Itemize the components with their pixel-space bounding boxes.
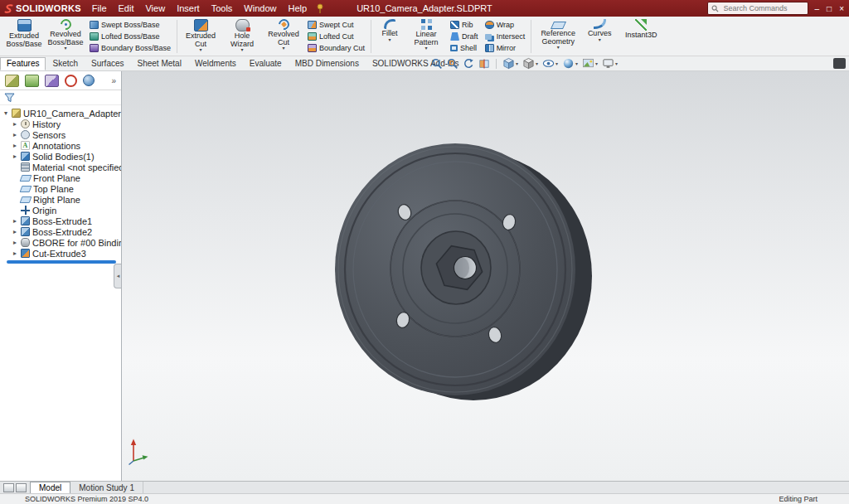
dimxpertmanager-tab-icon[interactable] [65, 75, 77, 87]
dropdown-caret-icon[interactable]: ▾ [595, 61, 598, 66]
menu-file[interactable]: File [86, 3, 113, 13]
section-view-button[interactable] [478, 58, 490, 70]
tree-item-boss-extrude1[interactable]: ▸ Boss-Extrude1 [0, 216, 121, 226]
rib-button[interactable]: Rib [449, 20, 480, 31]
tab-mbd-dimensions[interactable]: MBD Dimensions [289, 57, 366, 70]
tab-weldments[interactable]: Weldments [188, 57, 243, 70]
dropdown-caret-icon[interactable]: ▾ [555, 61, 558, 66]
hole-wizard-button[interactable]: Hole Wizard ▾ [221, 17, 263, 56]
dropdown-caret-icon[interactable]: ▾ [516, 61, 518, 66]
fillet-button[interactable]: Fillet ▾ [374, 17, 405, 56]
tree-item-right-plane[interactable]: ▸ Right Plane [0, 194, 121, 205]
tree-item-front-plane[interactable]: ▸ Front Plane [0, 172, 121, 183]
motion-study-tab[interactable]: Motion Study 1 [70, 482, 143, 493]
task-pane-toggle[interactable] [833, 58, 846, 69]
tab-surfaces[interactable]: Surfaces [85, 57, 130, 70]
instant3d-button[interactable]: Instant3D [617, 17, 665, 56]
tree-item-solid-bodies[interactable]: ▸ Solid Bodies(1) [0, 151, 121, 162]
view-settings-button[interactable]: ▾ [602, 57, 618, 70]
apply-scene-button[interactable]: ▾ [582, 57, 598, 70]
previous-view-button[interactable] [463, 58, 474, 70]
filter-funnel-icon[interactable] [4, 93, 15, 103]
minimize-button[interactable]: – [815, 4, 820, 13]
lofted-cut-button[interactable]: Lofted Cut [306, 32, 366, 42]
display-style-button[interactable]: ▾ [522, 57, 538, 70]
tab-sketch[interactable]: Sketch [46, 57, 85, 70]
featuremanager-tree-tab-icon[interactable] [5, 75, 19, 87]
panel-collapse-handle[interactable]: ◂ [114, 264, 122, 288]
reference-geometry-button[interactable]: Reference Geometry ▾ [534, 17, 582, 56]
menu-help[interactable]: Help [282, 3, 313, 13]
dropdown-caret-icon[interactable]: ▾ [615, 61, 618, 66]
menu-edit[interactable]: Edit [113, 3, 140, 13]
rollback-bar[interactable] [7, 260, 116, 264]
menu-tools[interactable]: Tools [206, 3, 239, 13]
split-view-icon[interactable] [16, 483, 27, 492]
search-commands-box[interactable] [707, 2, 808, 15]
dropdown-caret-icon[interactable]: ▾ [283, 46, 285, 51]
graphics-viewport[interactable] [122, 71, 849, 481]
expander-icon[interactable]: ▸ [12, 239, 18, 246]
expander-icon[interactable]: ▸ [12, 250, 18, 257]
tree-item-sensors[interactable]: ▸ Sensors [0, 129, 121, 140]
dropdown-caret-icon[interactable]: ▾ [200, 48, 202, 52]
revolved-boss-base-button[interactable]: Revolved Boss/Base ▾ [45, 17, 86, 56]
panel-tab-overflow-chevron[interactable]: » [111, 76, 116, 85]
menu-insert[interactable]: Insert [171, 3, 206, 13]
mirror-button[interactable]: Mirror [483, 43, 527, 54]
displaymanager-tab-icon[interactable] [83, 75, 95, 86]
hide-show-items-button[interactable]: ▾ [542, 57, 558, 70]
menu-window[interactable]: Window [238, 3, 282, 13]
pin-menu-icon[interactable] [316, 3, 324, 14]
boundary-boss-base-button[interactable]: Boundary Boss/Base [88, 43, 172, 54]
swept-boss-base-button[interactable]: Swept Boss/Base [88, 20, 172, 31]
wrap-button[interactable]: Wrap [483, 20, 527, 31]
extruded-boss-base-button[interactable]: Extruded Boss/Base [3, 17, 45, 56]
tree-item-annotations[interactable]: ▸ Annotations [0, 140, 121, 151]
draft-button[interactable]: Draft [449, 32, 480, 42]
tree-item-material[interactable]: ▸ Material <not specified> [0, 162, 121, 172]
propertymanager-tab-icon[interactable] [25, 75, 39, 87]
dropdown-caret-icon[interactable]: ▾ [241, 48, 244, 52]
intersect-button[interactable]: Intersect [483, 32, 527, 42]
expander-icon[interactable]: ▸ [12, 153, 18, 160]
linear-pattern-button[interactable]: Linear Pattern ▾ [405, 17, 447, 56]
expander-icon[interactable]: ▸ [12, 228, 18, 235]
dropdown-caret-icon[interactable]: ▾ [575, 61, 578, 66]
expander-icon[interactable]: ▸ [12, 120, 18, 128]
expander-icon[interactable]: ▸ [12, 142, 18, 149]
dropdown-caret-icon[interactable]: ▾ [389, 38, 391, 42]
tree-item-part-root[interactable]: ▾ UR10_Camera_Adapter (Default<<D [0, 108, 121, 119]
zoom-to-area-button[interactable] [447, 58, 458, 70]
configurationmanager-tab-icon[interactable] [45, 75, 59, 87]
tree-item-top-plane[interactable]: ▸ Top Plane [0, 183, 121, 194]
view-orientation-button[interactable]: ▾ [502, 57, 518, 70]
extruded-cut-button[interactable]: Extruded Cut ▾ [180, 17, 221, 56]
lofted-boss-base-button[interactable]: Lofted Boss/Base [88, 32, 172, 42]
tree-item-origin[interactable]: ▸ Origin [0, 205, 121, 216]
split-view-icon[interactable] [3, 483, 14, 492]
expander-icon[interactable]: ▸ [12, 131, 18, 138]
dropdown-caret-icon[interactable]: ▾ [557, 46, 560, 50]
model-tab[interactable]: Model [30, 482, 70, 493]
tab-evaluate[interactable]: Evaluate [243, 57, 289, 70]
edit-appearance-button[interactable]: ▾ [562, 57, 578, 70]
close-button[interactable]: × [839, 4, 844, 13]
expander-icon[interactable]: ▸ [12, 217, 18, 225]
revolved-cut-button[interactable]: Revolved Cut ▾ [263, 17, 304, 56]
dropdown-caret-icon[interactable]: ▾ [599, 38, 601, 42]
tree-item-boss-extrude2[interactable]: ▸ Boss-Extrude2 [0, 226, 121, 237]
tab-sheet-metal[interactable]: Sheet Metal [131, 57, 188, 70]
tree-item-history[interactable]: ▸ History [0, 119, 121, 129]
dropdown-caret-icon[interactable]: ▾ [64, 46, 66, 51]
restore-button[interactable]: □ [827, 4, 832, 13]
dropdown-caret-icon[interactable]: ▾ [536, 61, 538, 66]
boundary-cut-button[interactable]: Boundary Cut [306, 43, 366, 54]
model-3d-view[interactable] [335, 143, 592, 405]
zoom-to-fit-button[interactable] [431, 58, 443, 70]
expander-icon[interactable]: ▾ [2, 109, 9, 117]
tab-features[interactable]: Features [0, 57, 46, 70]
swept-cut-button[interactable]: Swept Cut [306, 20, 366, 31]
tree-item-cut-extrude3[interactable]: ▸ Cut-Extrude3 [0, 248, 121, 259]
search-commands-input[interactable] [722, 3, 797, 13]
